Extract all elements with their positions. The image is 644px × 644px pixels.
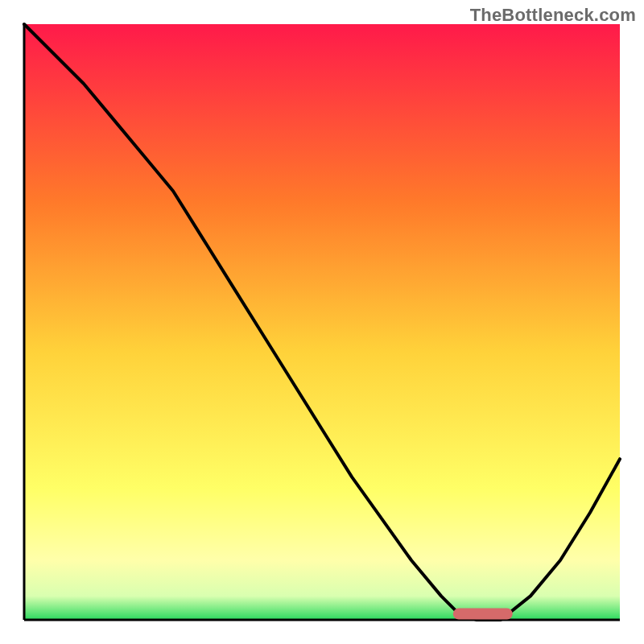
plot-background	[24, 24, 620, 620]
chart-svg	[0, 0, 644, 644]
sweet-spot-marker	[453, 609, 513, 620]
watermark-text: TheBottleneck.com	[470, 5, 636, 26]
chart-stage: TheBottleneck.com	[0, 0, 644, 644]
